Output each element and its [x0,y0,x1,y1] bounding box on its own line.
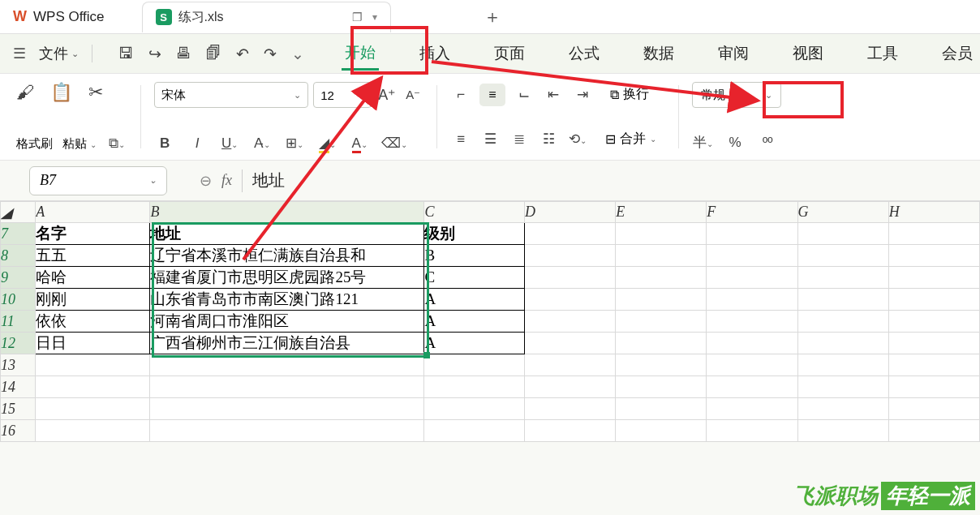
cell-D13[interactable] [524,354,615,376]
align-left-icon[interactable]: ≡ [450,131,471,148]
cell-G13[interactable] [797,354,888,376]
cell-D10[interactable] [524,289,615,311]
cell-G8[interactable] [797,245,888,267]
cell-F16[interactable] [707,420,797,442]
cell-A14[interactable] [36,376,150,398]
cell-C9[interactable]: C [424,267,525,289]
cell-F15[interactable] [707,398,797,420]
cell-H12[interactable] [888,333,979,354]
cell-A10[interactable]: 刚刚 [36,289,150,311]
cell-C15[interactable] [424,398,525,420]
cell-A15[interactable] [36,398,150,420]
row-header-7[interactable]: 7 [1,223,36,245]
cell-H13[interactable] [888,354,979,376]
cell-A16[interactable] [36,420,150,442]
tab-dropdown-icon[interactable]: ▾ [372,11,377,23]
cell-C13[interactable] [424,354,525,376]
save-icon[interactable]: 🖫 [118,45,134,62]
font-color-icon[interactable]: A⌄ [349,135,370,152]
cell-G11[interactable] [797,311,888,333]
cell-G9[interactable] [797,267,888,289]
cell-G12[interactable] [797,333,888,354]
fx-label[interactable]: fx [221,172,232,189]
cell-F7[interactable] [707,223,797,245]
align-right-icon[interactable]: ≣ [509,131,530,148]
tab-review[interactable]: 审阅 [715,38,752,69]
col-header-C[interactable]: C [424,202,525,223]
underline-icon[interactable]: U⌄ [219,135,240,152]
col-header-H[interactable]: H [888,202,979,223]
orientation-icon[interactable]: ⟲⌄ [567,131,588,148]
cell-E14[interactable] [616,376,707,398]
cell-B14[interactable] [150,376,424,398]
qat-dropdown-icon[interactable]: ⌄ [291,45,304,63]
merge-button[interactable]: ⊟ 合并 ⌄ [596,127,665,152]
tab-view[interactable]: 视图 [789,38,827,69]
fill-color-icon[interactable]: ◢⌄ [316,135,337,152]
select-all-corner[interactable]: ◢ [1,202,36,223]
hamburger-icon[interactable]: ☰ [13,45,26,62]
cell-F13[interactable] [707,354,797,376]
cell-H10[interactable] [888,289,979,311]
currency-icon[interactable]: 半⌄ [692,133,713,152]
tab-page[interactable]: 页面 [491,38,528,69]
col-header-A[interactable]: A [36,202,150,223]
cell-G10[interactable] [797,289,888,311]
borders-icon[interactable]: ⊞⌄ [284,135,305,152]
cell-A9[interactable]: 哈哈 [36,267,150,289]
cell-D14[interactable] [524,376,615,398]
font-name-select[interactable]: 宋体 ⌄ [154,82,308,108]
cell-F9[interactable] [707,267,797,289]
col-header-G[interactable]: G [797,202,888,223]
decrease-font-icon[interactable]: A⁻ [402,88,423,102]
cell-C14[interactable] [424,376,525,398]
cell-D7[interactable] [524,223,615,245]
cell-E13[interactable] [616,354,707,376]
tab-formula[interactable]: 公式 [565,38,603,69]
redo-icon[interactable]: ↷ [264,45,277,63]
cell-E9[interactable] [616,267,707,289]
number-format-select[interactable]: 常规 ⌄ [692,82,781,108]
cell-B15[interactable] [150,398,424,420]
cell-C8[interactable]: B [424,245,525,267]
cell-D12[interactable] [524,333,615,354]
cell-A8[interactable]: 五五 [36,245,150,267]
cell-D11[interactable] [524,311,615,333]
cell-G7[interactable] [797,223,888,245]
cell-B7[interactable]: 地址 [150,223,424,245]
tab-tools[interactable]: 工具 [864,38,901,69]
align-center-icon[interactable]: ☰ [479,131,501,148]
cell-F11[interactable] [707,311,797,333]
cell-H16[interactable] [888,420,979,442]
document-tab[interactable]: S 练习.xls ❐ ▾ [142,2,391,32]
cell-D15[interactable] [524,398,615,420]
clear-formatting-icon[interactable]: ⌫⌄ [381,135,402,152]
cell-F14[interactable] [707,376,797,398]
cell-H14[interactable] [888,376,979,398]
cell-B12[interactable]: 广西省柳州市三江侗族自治县 [150,333,424,354]
cell-E15[interactable] [616,398,707,420]
cell-E12[interactable] [616,333,707,354]
new-tab-button[interactable]: ＋ [484,5,501,29]
row-header-15[interactable]: 15 [1,398,36,420]
col-header-E[interactable]: E [616,202,707,223]
cell-E16[interactable] [616,420,707,442]
cell-G14[interactable] [797,376,888,398]
cell-D16[interactable] [524,420,615,442]
format-painter-button[interactable]: 🖌 [16,82,34,103]
cell-H11[interactable] [888,311,979,333]
increase-indent-icon[interactable]: ⇥ [572,86,593,103]
cell-A12[interactable]: 日日 [36,333,150,354]
col-header-D[interactable]: D [524,202,615,223]
cell-F10[interactable] [707,289,797,311]
paste-button[interactable]: 📋 [50,82,72,103]
cell-E11[interactable] [616,311,707,333]
row-header-12[interactable]: 12 [1,333,36,354]
print-icon[interactable]: 🖶 [176,45,191,62]
cell-H15[interactable] [888,398,979,420]
cell-E7[interactable] [616,223,707,245]
cell-B13[interactable] [150,354,424,376]
comma-style-icon[interactable]: ºº [757,135,778,151]
cell-H9[interactable] [888,267,979,289]
wrap-text-button[interactable]: ⧉ 换行 [601,82,658,107]
